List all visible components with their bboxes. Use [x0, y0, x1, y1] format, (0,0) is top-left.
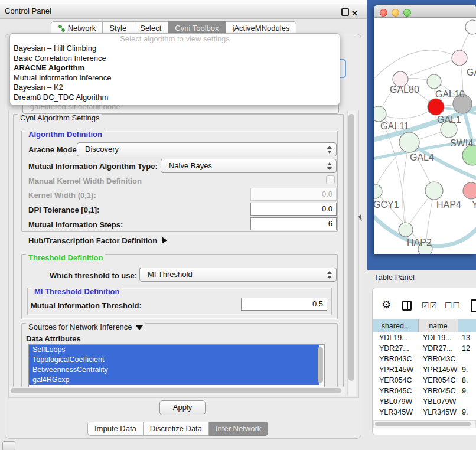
table-row[interactable]: YER054CYER054C8.	[372, 375, 476, 386]
table-row[interactable]: YBR043CYBR043C	[372, 354, 476, 364]
document-icon[interactable]	[471, 299, 476, 312]
expand-right-icon	[162, 237, 167, 244]
settings-hscrollbar-thumb[interactable]	[11, 388, 341, 393]
control-panel-title: Control Panel	[5, 4, 51, 18]
mi-threshold-label: Mutual Information Threshold:	[31, 301, 142, 310]
mi-threshold-group-title: MI Threshold Definition	[32, 288, 122, 296]
node-label: GAL4	[410, 152, 434, 162]
combo-spinner-icon	[327, 146, 332, 154]
node-salmon[interactable]	[463, 182, 476, 199]
network-node-labels: GAL GAL80 GAL10 GAL1 GAL11 SWI4 GAL4 GCY…	[374, 67, 476, 247]
algorithm-dropdown-popup: Select algorithm to view settings Bayesi…	[9, 33, 340, 105]
node-gal11[interactable]	[374, 106, 386, 122]
manual-kernel-label: Manual Kernel Width Definition	[28, 177, 142, 185]
node-label: GAL1	[437, 115, 461, 125]
table-row[interactable]: YIL052CYIL052C9.	[372, 418, 476, 420]
dropdown-item-selected[interactable]: ARACNE Algorithm	[10, 63, 340, 73]
kernel-width-field[interactable]: 0.0	[250, 188, 337, 201]
mi-threshold-field[interactable]: 0.5	[241, 298, 327, 311]
dropdown-placeholder: Select algorithm to view settings	[10, 34, 340, 44]
column-header-name[interactable]: name	[419, 319, 458, 332]
algorithm-definition-title: Algorithm Definition	[26, 131, 105, 139]
node-label: HAP4	[436, 200, 461, 210]
zoom-traffic-light-icon[interactable]	[403, 9, 411, 17]
node-gal10[interactable]	[427, 74, 441, 89]
node-label: Y	[472, 200, 476, 210]
tab-discretize-data[interactable]: Discretize Data	[144, 422, 209, 436]
node-hap4[interactable]	[425, 182, 443, 200]
which-threshold-combo[interactable]: MI Threshold	[139, 268, 337, 282]
which-threshold-label: Which threshold to use:	[50, 271, 137, 280]
table-row[interactable]: YDR27...YDR27...12	[372, 343, 476, 354]
table-hscrollbar-thumb[interactable]	[375, 422, 471, 426]
node-gal4[interactable]	[399, 132, 419, 152]
split-view-icon[interactable]	[402, 301, 412, 311]
node-label: GAL	[467, 67, 476, 77]
settings-vscrollbar-thumb[interactable]	[348, 114, 354, 381]
node-gal[interactable]	[452, 50, 467, 66]
dropdown-item[interactable]: Dream8 DC_TDC Algorithm	[10, 93, 340, 103]
network-window[interactable]: GAL GAL80 GAL10 GAL1 GAL11 SWI4 GAL4 GCY…	[374, 5, 476, 254]
list-vscrollbar-thumb[interactable]	[318, 347, 323, 383]
gear-icon[interactable]: ⚙	[382, 298, 391, 311]
node-label: GAL10	[435, 89, 465, 99]
mi-type-combo[interactable]: Naive Bayes	[161, 159, 337, 173]
node[interactable]	[465, 20, 476, 34]
dropdown-item[interactable]: Mutual Information Inference	[10, 73, 340, 83]
dpi-tolerance-field[interactable]: 0.0	[250, 203, 337, 216]
network-graph[interactable]: GAL GAL80 GAL10 GAL1 GAL11 SWI4 GAL4 GCY…	[374, 18, 476, 254]
dropdown-item[interactable]: Bayesian – K2	[10, 83, 340, 93]
data-attributes-label: Data Attributes	[26, 334, 81, 343]
node-label: HAP2	[407, 237, 432, 247]
checked-pair-icon[interactable]: ☑☑	[422, 301, 438, 310]
list-item[interactable]: TopologicalCoefficient	[29, 355, 319, 365]
tab-infer-network[interactable]: Infer Network	[209, 422, 268, 436]
apply-button[interactable]: Apply	[159, 400, 206, 415]
dropdown-item[interactable]: Bayesian – Hill Climbing	[10, 44, 340, 54]
data-attributes-list[interactable]: SelfLoops TopologicalCoefficient Between…	[28, 344, 325, 387]
table-row[interactable]: YBL079WYBL079W	[372, 396, 476, 407]
tab-network-label: Network	[68, 24, 96, 32]
sources-group-title[interactable]: Sources for Network Inference	[26, 323, 145, 331]
close-icon[interactable]: ✕	[351, 6, 358, 21]
node-hap2[interactable]	[399, 223, 413, 237]
minimize-traffic-light-icon[interactable]	[392, 9, 399, 17]
combo-spinner-icon	[327, 271, 332, 279]
list-item[interactable]: gal4RGexp	[29, 375, 319, 385]
control-panel-titlebar: Control Panel ✕	[0, 4, 367, 19]
network-window-titlebar[interactable]	[374, 5, 476, 18]
network-icon	[58, 24, 66, 32]
dropdown-item[interactable]: Basic Correlation Inference	[10, 54, 340, 64]
list-item[interactable]: BetweennessCentrality	[29, 365, 319, 375]
mi-type-label: Mutual Information Algorithm Type:	[28, 162, 158, 171]
column-header-shared[interactable]: shared...	[373, 319, 419, 332]
table-panel-title: Table Panel	[374, 273, 415, 282]
unchecked-pair-icon[interactable]: ☐☐	[445, 301, 461, 310]
dpi-tolerance-label: DPI Tolerance [0,1]:	[28, 206, 99, 214]
list-item[interactable]: SelfLoops	[29, 345, 319, 355]
threshold-definition-title: Threshold Definition	[26, 254, 105, 262]
table-row[interactable]: YPR145WYPR145W9.	[372, 364, 476, 375]
manual-kernel-checkbox[interactable]	[326, 175, 335, 184]
kernel-width-label: Kernel Width (0,1):	[28, 191, 96, 200]
node-label: GCY1	[374, 200, 399, 210]
table-row[interactable]: YDL19...YDL19...13	[372, 332, 476, 343]
collapsed-panel-button[interactable]	[2, 441, 15, 450]
aracne-mode-combo[interactable]: Discovery	[77, 142, 337, 156]
combo-spinner-icon	[327, 162, 332, 171]
hub-section-toggle[interactable]: Hub/Transcription Factor Definition	[28, 236, 167, 245]
aracne-mode-label: Aracne Mode:	[28, 145, 79, 154]
column-header-cut[interactable]	[458, 319, 476, 332]
node-green[interactable]	[462, 145, 476, 165]
close-traffic-light-icon[interactable]	[380, 9, 387, 17]
table-row[interactable]: YBR045CYBR045C9.	[372, 386, 476, 396]
float-window-icon[interactable]	[341, 8, 349, 16]
table-row[interactable]: YLR345WYLR345W9.	[372, 407, 476, 418]
expand-down-icon	[136, 325, 143, 330]
mi-steps-label: Mutual Information Steps:	[28, 220, 123, 229]
mi-steps-field[interactable]: 6	[250, 217, 337, 230]
tab-impute-data[interactable]: Impute Data	[87, 422, 144, 436]
node-gal1-red[interactable]	[428, 99, 444, 115]
node-label: SWI4	[450, 138, 473, 148]
node-gcy1[interactable]	[374, 184, 382, 198]
